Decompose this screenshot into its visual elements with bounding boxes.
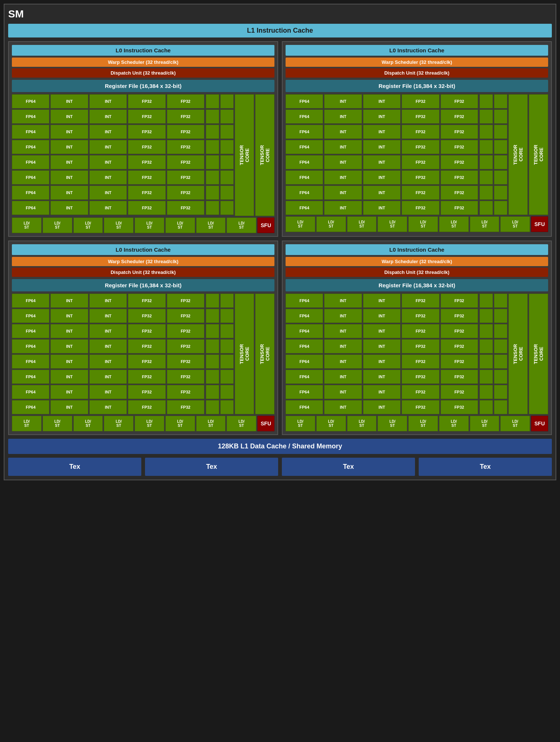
- green-cell: [494, 400, 507, 414]
- ld-st-cell: LD/ST: [104, 416, 134, 431]
- int-cell: INT: [324, 109, 362, 124]
- core-row: FP64 INT INT FP32 FP32: [12, 170, 204, 184]
- fp64-cell: FP64: [286, 400, 323, 414]
- sub-sm-3: L0 Instruction Cache Warp Scheduler (32 …: [8, 241, 278, 435]
- fp32-cell: FP32: [128, 385, 165, 399]
- green-cell: [494, 324, 507, 338]
- fp32-cell: FP32: [167, 324, 204, 338]
- green-cell: [480, 339, 493, 353]
- int-cell: INT: [50, 324, 88, 338]
- fp64-cell: FP64: [12, 109, 49, 124]
- warp-scheduler-3: Warp Scheduler (32 thread/clk): [12, 257, 274, 266]
- fp32-cell: FP32: [441, 140, 478, 154]
- ld-st-cell: LD/ST: [135, 218, 164, 233]
- fp32-cell: FP32: [128, 339, 165, 353]
- core-row: FP64 INT INT FP32 FP32: [286, 140, 478, 154]
- right-side-2: TENSORCORE TENSORCORE: [480, 94, 548, 215]
- extra-cols-tensor-3: TENSORCORE TENSORCORE: [206, 294, 274, 414]
- l1-data-cache: 128KB L1 Data Cache / Shared Memory: [8, 439, 552, 454]
- ld-st-cell: LD/ST: [196, 218, 226, 233]
- green-cell: [220, 109, 234, 124]
- green-cell: [480, 125, 493, 139]
- l0-cache-3: L0 Instruction Cache: [12, 244, 274, 255]
- green-cell: [206, 370, 219, 384]
- core-row: FP64 INT INT FP32 FP32: [286, 186, 478, 200]
- warp-scheduler-1: Warp Scheduler (32 thread/clk): [12, 58, 274, 67]
- green-cell: [494, 125, 507, 139]
- green-cell: [494, 94, 507, 108]
- green-cell: [480, 186, 493, 200]
- core-row: FP64 INT INT FP32 FP32: [12, 385, 204, 399]
- core-row: FP64 INT INT FP32 FP32: [286, 109, 478, 124]
- int-cell: INT: [324, 294, 362, 308]
- green-cell: [494, 201, 507, 215]
- extra-green-col2c: [220, 294, 234, 414]
- core-row: FP64 INT INT FP32 FP32: [286, 354, 478, 369]
- int-cell: INT: [89, 155, 127, 169]
- green-cell: [220, 140, 234, 154]
- int-cell: INT: [324, 400, 362, 414]
- int-cell: INT: [50, 140, 88, 154]
- core-row: FP64 INT INT FP32 FP32: [12, 354, 204, 369]
- fp64-cell: FP64: [12, 370, 49, 384]
- cores-section-1: FP64 INT INT FP32 FP32 FP64 INT INT FP32…: [12, 94, 274, 216]
- core-row: FP64 INT INT FP32 FP32: [12, 201, 204, 215]
- l0-cache-1: L0 Instruction Cache: [12, 45, 274, 56]
- ld-st-cell: LD/ST: [439, 216, 469, 232]
- int-cell: INT: [324, 94, 362, 108]
- green-cell: [480, 370, 493, 384]
- int-cell: INT: [363, 201, 401, 215]
- fp32-cell: FP32: [441, 370, 478, 384]
- fp32-cell: FP32: [441, 94, 478, 108]
- core-row: FP64 INT INT FP32 FP32: [12, 155, 204, 169]
- int-cell: INT: [50, 109, 88, 124]
- green-cell: [220, 370, 234, 384]
- tensor-core-7: TENSORCORE: [508, 294, 528, 414]
- core-row: FP64 INT INT FP32 FP32: [12, 140, 204, 154]
- extra-cols-tensor: TENSORCORE TENSORCORE: [206, 94, 274, 216]
- ld-st-cell: LD/ST: [470, 216, 500, 232]
- fp32-cell: FP32: [167, 309, 204, 323]
- fp64-cell: FP64: [286, 324, 323, 338]
- ld-st-cell: LD/ST: [500, 416, 530, 431]
- int-cell: INT: [89, 354, 127, 369]
- fp32-cell: FP32: [402, 309, 439, 323]
- int-cell: INT: [363, 354, 401, 369]
- fp64-cell: FP64: [286, 170, 323, 184]
- fp32-cell: FP32: [128, 125, 165, 139]
- core-row: FP64 INT INT FP32 FP32: [12, 294, 204, 308]
- green-cell: [480, 324, 493, 338]
- green-cell: [220, 309, 234, 323]
- tensor-core-4: TENSORCORE: [529, 94, 548, 215]
- fp32-cell: FP32: [441, 125, 478, 139]
- tensor-core-3: TENSORCORE: [508, 94, 528, 215]
- fp64-cell: FP64: [12, 294, 49, 308]
- int-cell: INT: [50, 370, 88, 384]
- fp64-cell: FP64: [12, 324, 49, 338]
- fp32-cell: FP32: [441, 186, 478, 200]
- fp64-cell: FP64: [286, 309, 323, 323]
- int-cell: INT: [363, 186, 401, 200]
- core-row: FP64 INT INT FP32 FP32: [12, 94, 204, 108]
- sfu-cell-1: SFU: [257, 218, 274, 233]
- green-cell: [494, 309, 507, 323]
- green-cell: [206, 309, 219, 323]
- fp32-cell: FP32: [402, 94, 439, 108]
- sfu-cell-4: SFU: [531, 416, 548, 431]
- green-cell: [206, 201, 219, 215]
- ld-st-cell: LD/ST: [104, 218, 134, 233]
- green-cell: [494, 109, 507, 124]
- right-side-3: TENSORCORE TENSORCORE: [206, 294, 274, 414]
- ld-st-cell: LD/ST: [73, 218, 103, 233]
- fp32-cell: FP32: [441, 170, 478, 184]
- tex-cell-3: Tex: [282, 458, 415, 476]
- int-cell: INT: [50, 309, 88, 323]
- tensor-core-2: TENSORCORE: [255, 94, 274, 216]
- ld-st-cell: LD/ST: [408, 216, 438, 232]
- int-cell: INT: [89, 109, 127, 124]
- extra-green-col2d: [494, 294, 507, 414]
- fp32-cell: FP32: [402, 385, 439, 399]
- fp32-cell: FP32: [402, 324, 439, 338]
- green-cell: [206, 354, 219, 369]
- fp32-cell: FP32: [167, 94, 204, 108]
